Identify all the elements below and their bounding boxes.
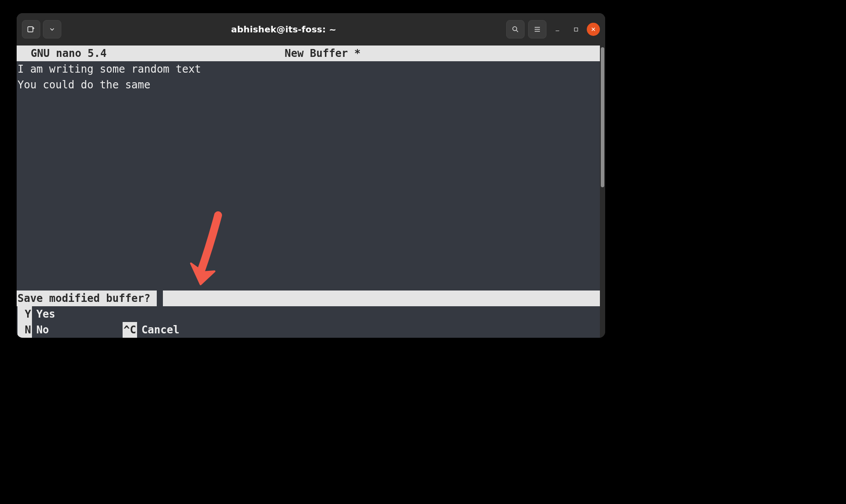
- shortcut-label-cancel: Cancel: [141, 322, 180, 338]
- window-title: abhishek@its-foss: ~: [65, 24, 503, 35]
- menu-button[interactable]: [528, 20, 546, 38]
- shortcut-key-y[interactable]: Y: [18, 306, 32, 322]
- svg-line-4: [516, 30, 518, 32]
- option-row-2: N No ^C Cancel: [17, 322, 600, 338]
- shortcut-label-yes: Yes: [36, 306, 55, 322]
- nano-buffer-name: New Buffer *: [106, 46, 600, 61]
- svg-rect-9: [574, 28, 578, 31]
- scrollbar[interactable]: [600, 46, 605, 338]
- nano-options: Y Yes N No ^C Cancel: [17, 306, 600, 338]
- titlebar-left-group: [22, 20, 61, 38]
- new-tab-button[interactable]: [22, 20, 40, 38]
- search-button[interactable]: [506, 20, 525, 38]
- nano-version: GNU nano 5.4: [18, 46, 106, 61]
- terminal-viewport[interactable]: GNU nano 5.4 New Buffer * I am writing s…: [17, 46, 600, 338]
- editor-line: You could do the same: [17, 77, 600, 93]
- shortcut-label-no: No: [36, 322, 49, 338]
- minimize-button[interactable]: [550, 22, 565, 37]
- nano-prompt-text: Save modified buffer?: [17, 290, 157, 306]
- svg-rect-0: [28, 27, 33, 32]
- shortcut-key-n[interactable]: N: [18, 322, 32, 338]
- nano-header-bar: GNU nano 5.4 New Buffer *: [17, 46, 600, 61]
- titlebar: abhishek@its-foss: ~: [17, 13, 605, 46]
- terminal-window: abhishek@its-foss: ~: [17, 13, 605, 338]
- option-row-1: Y Yes: [17, 306, 600, 322]
- tab-dropdown-button[interactable]: [43, 20, 61, 38]
- shortcut-key-cancel[interactable]: ^C: [123, 322, 137, 338]
- close-button[interactable]: [587, 23, 600, 36]
- editor-line: I am writing some random text: [17, 61, 600, 77]
- cursor-icon: [157, 290, 163, 306]
- nano-editor-area[interactable]: I am writing some random text You could …: [17, 61, 600, 93]
- scrollbar-thumb[interactable]: [601, 47, 604, 187]
- svg-point-3: [513, 27, 517, 31]
- titlebar-right-group: [506, 20, 600, 38]
- maximize-button[interactable]: [568, 22, 583, 37]
- nano-prompt-bar: Save modified buffer?: [17, 290, 600, 306]
